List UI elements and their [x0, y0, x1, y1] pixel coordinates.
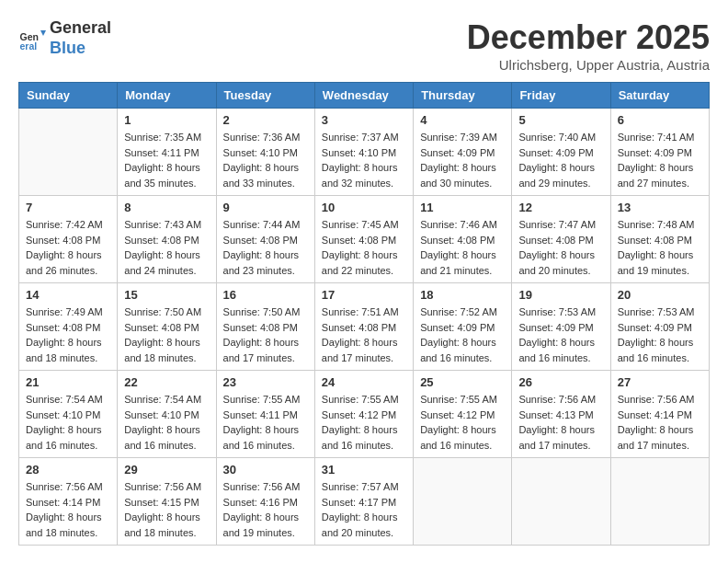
day-number: 27: [618, 375, 702, 389]
day-number: 31: [322, 463, 406, 477]
day-number: 17: [322, 288, 406, 302]
day-info: Sunrise: 7:45 AMSunset: 4:08 PMDaylight:…: [322, 217, 406, 278]
calendar-cell: 30Sunrise: 7:56 AMSunset: 4:16 PMDayligh…: [216, 458, 314, 546]
day-number: 25: [420, 375, 505, 389]
calendar-cell: 3Sunrise: 7:37 AMSunset: 4:10 PMDaylight…: [314, 109, 413, 196]
col-header-wednesday: Wednesday: [314, 83, 413, 109]
col-header-saturday: Saturday: [610, 83, 709, 109]
day-number: 12: [518, 201, 603, 214]
day-info: Sunrise: 7:50 AMSunset: 4:08 PMDaylight:…: [223, 304, 308, 365]
day-number: 15: [124, 288, 209, 302]
logo-general-text: General: [50, 18, 111, 37]
day-info: Sunrise: 7:53 AMSunset: 4:09 PMDaylight:…: [518, 304, 603, 365]
day-info: Sunrise: 7:53 AMSunset: 4:09 PMDaylight:…: [618, 304, 702, 365]
calendar-cell: 23Sunrise: 7:55 AMSunset: 4:11 PMDayligh…: [216, 371, 314, 458]
day-info: Sunrise: 7:50 AMSunset: 4:08 PMDaylight:…: [124, 304, 209, 365]
calendar-cell: 4Sunrise: 7:39 AMSunset: 4:09 PMDaylight…: [414, 109, 512, 196]
day-number: 2: [223, 113, 308, 127]
day-info: Sunrise: 7:55 AMSunset: 4:12 PMDaylight:…: [420, 392, 505, 453]
calendar-header-row: SundayMondayTuesdayWednesdayThursdayFrid…: [19, 83, 710, 109]
location: Ulrichsberg, Upper Austria, Austria: [467, 57, 710, 73]
day-info: Sunrise: 7:37 AMSunset: 4:10 PMDaylight:…: [322, 130, 406, 190]
day-info: Sunrise: 7:51 AMSunset: 4:08 PMDaylight:…: [322, 304, 406, 365]
day-info: Sunrise: 7:55 AMSunset: 4:12 PMDaylight:…: [322, 392, 406, 453]
calendar-cell: [610, 458, 709, 546]
calendar-cell: 7Sunrise: 7:42 AMSunset: 4:08 PMDaylight…: [19, 196, 118, 283]
logo-icon: Gen eral: [18, 25, 46, 52]
day-info: Sunrise: 7:35 AMSunset: 4:11 PMDaylight:…: [124, 130, 209, 190]
day-info: Sunrise: 7:44 AMSunset: 4:08 PMDaylight:…: [223, 217, 308, 278]
page-header: Gen eral General Blue December 2025 Ulri…: [18, 18, 710, 73]
calendar-cell: 12Sunrise: 7:47 AMSunset: 4:08 PMDayligh…: [512, 196, 610, 283]
day-info: Sunrise: 7:36 AMSunset: 4:10 PMDaylight:…: [223, 130, 308, 190]
day-info: Sunrise: 7:56 AMSunset: 4:14 PMDaylight:…: [26, 479, 110, 540]
calendar-cell: 8Sunrise: 7:43 AMSunset: 4:08 PMDaylight…: [118, 196, 216, 283]
day-info: Sunrise: 7:57 AMSunset: 4:17 PMDaylight:…: [322, 479, 406, 540]
day-info: Sunrise: 7:52 AMSunset: 4:09 PMDaylight:…: [420, 304, 505, 365]
day-number: 13: [618, 201, 702, 214]
day-info: Sunrise: 7:56 AMSunset: 4:16 PMDaylight:…: [223, 479, 308, 540]
col-header-thursday: Thursday: [414, 83, 512, 109]
day-number: 26: [518, 375, 603, 389]
day-number: 24: [322, 375, 406, 389]
day-info: Sunrise: 7:56 AMSunset: 4:14 PMDaylight:…: [618, 392, 702, 453]
calendar-cell: 17Sunrise: 7:51 AMSunset: 4:08 PMDayligh…: [314, 283, 413, 371]
calendar-cell: 15Sunrise: 7:50 AMSunset: 4:08 PMDayligh…: [118, 283, 216, 371]
col-header-tuesday: Tuesday: [216, 83, 314, 109]
calendar-week-row: 7Sunrise: 7:42 AMSunset: 4:08 PMDaylight…: [19, 196, 710, 283]
calendar-week-row: 14Sunrise: 7:49 AMSunset: 4:08 PMDayligh…: [19, 283, 710, 371]
day-number: 23: [223, 375, 308, 389]
calendar-cell: 27Sunrise: 7:56 AMSunset: 4:14 PMDayligh…: [610, 371, 709, 458]
calendar-cell: [512, 458, 610, 546]
day-number: 21: [26, 375, 110, 389]
day-info: Sunrise: 7:48 AMSunset: 4:08 PMDaylight:…: [618, 217, 702, 278]
day-info: Sunrise: 7:42 AMSunset: 4:08 PMDaylight:…: [26, 217, 110, 278]
day-info: Sunrise: 7:56 AMSunset: 4:13 PMDaylight:…: [518, 392, 603, 453]
day-number: 20: [618, 288, 702, 302]
day-info: Sunrise: 7:54 AMSunset: 4:10 PMDaylight:…: [124, 392, 209, 453]
day-info: Sunrise: 7:54 AMSunset: 4:10 PMDaylight:…: [26, 392, 110, 453]
calendar-cell: 28Sunrise: 7:56 AMSunset: 4:14 PMDayligh…: [19, 458, 118, 546]
svg-text:eral: eral: [20, 40, 38, 52]
day-number: 19: [518, 288, 603, 302]
day-info: Sunrise: 7:39 AMSunset: 4:09 PMDaylight:…: [420, 130, 505, 190]
calendar-cell: 13Sunrise: 7:48 AMSunset: 4:08 PMDayligh…: [610, 196, 709, 283]
day-number: 11: [420, 201, 505, 214]
calendar-cell: 5Sunrise: 7:40 AMSunset: 4:09 PMDaylight…: [512, 109, 610, 196]
col-header-friday: Friday: [512, 83, 610, 109]
day-number: 7: [26, 201, 110, 214]
calendar-cell: 18Sunrise: 7:52 AMSunset: 4:09 PMDayligh…: [414, 283, 512, 371]
day-number: 10: [322, 201, 406, 214]
day-number: 8: [124, 201, 209, 214]
logo: Gen eral General Blue: [18, 18, 111, 58]
calendar-cell: 19Sunrise: 7:53 AMSunset: 4:09 PMDayligh…: [512, 283, 610, 371]
calendar-cell: 31Sunrise: 7:57 AMSunset: 4:17 PMDayligh…: [314, 458, 413, 546]
calendar-cell: 11Sunrise: 7:46 AMSunset: 4:08 PMDayligh…: [414, 196, 512, 283]
calendar-cell: [414, 458, 512, 546]
calendar-cell: 20Sunrise: 7:53 AMSunset: 4:09 PMDayligh…: [610, 283, 709, 371]
day-number: 9: [223, 201, 308, 214]
col-header-monday: Monday: [118, 83, 216, 109]
calendar-cell: 29Sunrise: 7:56 AMSunset: 4:15 PMDayligh…: [118, 458, 216, 546]
month-title: December 2025: [467, 18, 710, 57]
day-number: 4: [420, 113, 505, 127]
day-number: 3: [322, 113, 406, 127]
calendar-cell: 14Sunrise: 7:49 AMSunset: 4:08 PMDayligh…: [19, 283, 118, 371]
day-info: Sunrise: 7:55 AMSunset: 4:11 PMDaylight:…: [223, 392, 308, 453]
day-number: 5: [518, 113, 603, 127]
calendar-cell: 22Sunrise: 7:54 AMSunset: 4:10 PMDayligh…: [118, 371, 216, 458]
day-info: Sunrise: 7:40 AMSunset: 4:09 PMDaylight:…: [518, 130, 603, 190]
day-number: 28: [26, 463, 110, 477]
day-number: 1: [124, 113, 209, 127]
col-header-sunday: Sunday: [19, 83, 118, 109]
calendar-cell: 6Sunrise: 7:41 AMSunset: 4:09 PMDaylight…: [610, 109, 709, 196]
day-info: Sunrise: 7:41 AMSunset: 4:09 PMDaylight:…: [618, 130, 702, 190]
calendar-cell: 9Sunrise: 7:44 AMSunset: 4:08 PMDaylight…: [216, 196, 314, 283]
day-number: 22: [124, 375, 209, 389]
day-number: 16: [223, 288, 308, 302]
calendar-cell: 26Sunrise: 7:56 AMSunset: 4:13 PMDayligh…: [512, 371, 610, 458]
calendar-cell: 24Sunrise: 7:55 AMSunset: 4:12 PMDayligh…: [314, 371, 413, 458]
calendar-cell: 10Sunrise: 7:45 AMSunset: 4:08 PMDayligh…: [314, 196, 413, 283]
calendar-cell: [19, 109, 118, 196]
title-block: December 2025 Ulrichsberg, Upper Austria…: [467, 18, 710, 73]
